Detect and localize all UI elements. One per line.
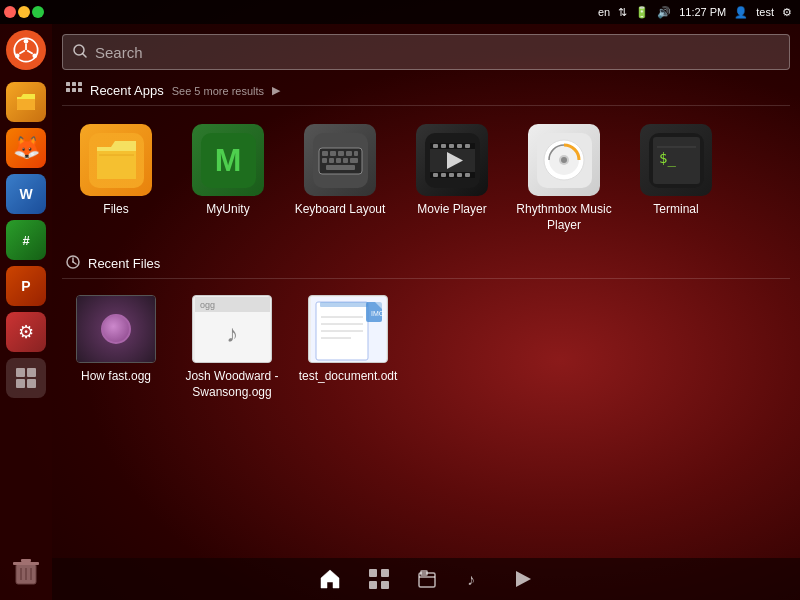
svg-rect-21 (72, 82, 76, 86)
recent-apps-title: Recent Apps (90, 83, 164, 98)
svg-rect-86 (381, 581, 389, 589)
svg-rect-50 (465, 144, 470, 148)
svg-rect-53 (449, 173, 454, 177)
sidebar-item-files[interactable] (4, 80, 48, 124)
app-item-myunity[interactable]: M MyUnity (174, 116, 282, 241)
sidebar-item-calc[interactable]: # (4, 218, 48, 262)
myunity-app-name: MyUnity (206, 202, 249, 218)
howfast-name: How fast.ogg (81, 369, 151, 385)
recent-files-header: Recent Files (52, 251, 800, 278)
terminal-app-name: Terminal (653, 202, 698, 218)
sidebar-item-writer[interactable]: W (4, 172, 48, 216)
svg-text:IMG: IMG (371, 310, 384, 317)
svg-rect-20 (66, 82, 70, 86)
svg-rect-52 (441, 173, 446, 177)
file-grid: How fast.ogg ogg ♪ Josh Woodward - Swans… (52, 285, 800, 416)
svg-line-5 (19, 51, 25, 54)
keyboard-app-icon (304, 124, 376, 196)
svg-rect-84 (381, 569, 389, 577)
svg-rect-33 (338, 151, 344, 156)
svg-rect-55 (465, 173, 470, 177)
svg-rect-39 (343, 158, 348, 163)
svg-rect-51 (433, 173, 438, 177)
topbar-right: en ⇅ 🔋 🔊 11:27 PM 👤 test ⚙ (598, 6, 792, 19)
svg-rect-40 (350, 158, 358, 163)
dock-files-button[interactable] (417, 569, 437, 589)
svg-text:♪: ♪ (467, 571, 475, 588)
svg-rect-46 (433, 144, 438, 148)
svg-rect-32 (330, 151, 336, 156)
search-icon (73, 44, 87, 61)
file-item-howfast[interactable]: How fast.ogg (62, 289, 170, 406)
sidebar-item-settings[interactable]: ⚙ (4, 310, 48, 354)
svg-rect-31 (322, 151, 328, 156)
sidebar-item-firefox[interactable]: 🦊 (4, 126, 48, 170)
window-controls (0, 6, 44, 18)
ubuntu-logo (6, 30, 46, 70)
dock-music-button[interactable]: ♪ (465, 569, 485, 589)
app-item-keyboard[interactable]: Keyboard Layout (286, 116, 394, 241)
svg-rect-35 (354, 151, 358, 156)
terminal-app-icon: $_ (640, 124, 712, 196)
svg-rect-49 (457, 144, 462, 148)
keyboard-app-name: Keyboard Layout (295, 202, 386, 218)
svg-rect-8 (16, 368, 25, 377)
svg-rect-13 (13, 562, 39, 565)
file-item-testdoc[interactable]: IMG test_document.odt (294, 289, 402, 406)
svg-rect-83 (369, 569, 377, 577)
svg-rect-37 (329, 158, 334, 163)
battery-icon[interactable]: 🔋 (635, 6, 649, 19)
sidebar-item-workspace[interactable] (4, 356, 48, 400)
swansong-name: Josh Woodward - Swansong.ogg (182, 369, 282, 400)
svg-rect-41 (326, 165, 355, 170)
search-input[interactable] (95, 44, 779, 61)
close-button[interactable] (4, 6, 16, 18)
dock-video-button[interactable] (513, 569, 533, 589)
sidebar-item-trash[interactable] (4, 550, 48, 594)
swansong-thumb: ogg ♪ (192, 295, 272, 363)
recent-files-icon (66, 255, 80, 272)
testdoc-thumb: IMG (308, 295, 388, 363)
clock: 11:27 PM (679, 6, 726, 18)
svg-rect-34 (346, 151, 352, 156)
apps-divider (62, 105, 790, 106)
keyboard-indicator[interactable]: en (598, 6, 610, 18)
svg-line-6 (27, 51, 33, 54)
svg-rect-48 (449, 144, 454, 148)
dock-home-button[interactable] (319, 568, 341, 590)
username: test (756, 6, 774, 18)
svg-text:♪: ♪ (226, 320, 238, 347)
svg-rect-85 (369, 581, 377, 589)
dock-apps-button[interactable] (369, 569, 389, 589)
sidebar-item-ubuntu[interactable] (4, 28, 48, 72)
sidebar-item-impress[interactable]: P (4, 264, 48, 308)
minimize-button[interactable] (18, 6, 30, 18)
main-content: Recent Apps See 5 more results ▶ (52, 24, 800, 600)
see-more-apps[interactable]: See 5 more results (172, 85, 264, 97)
file-item-swansong[interactable]: ogg ♪ Josh Woodward - Swansong.ogg (178, 289, 286, 406)
svg-line-68 (73, 262, 76, 264)
see-more-arrow: ▶ (272, 84, 280, 97)
svg-rect-7 (17, 99, 35, 110)
search-bar[interactable] (62, 34, 790, 70)
volume-icon[interactable]: 🔊 (657, 6, 671, 19)
files-app-name: Files (103, 202, 128, 218)
testdoc-name: test_document.odt (299, 369, 398, 385)
app-item-rhythmbox[interactable]: Rhythmbox Music Player (510, 116, 618, 241)
movie-app-name: Movie Player (417, 202, 486, 218)
myunity-app-icon: M (192, 124, 264, 196)
svg-rect-38 (336, 158, 341, 163)
app-item-movie[interactable]: Movie Player (398, 116, 506, 241)
user-icon: 👤 (734, 6, 748, 19)
network-icon[interactable]: ⇅ (618, 6, 627, 19)
svg-point-1 (24, 39, 29, 44)
settings-icon[interactable]: ⚙ (782, 6, 792, 19)
recent-files-title: Recent Files (88, 256, 160, 271)
howfast-thumb (76, 295, 156, 363)
recent-apps-icon (66, 82, 82, 99)
svg-point-3 (32, 54, 37, 59)
svg-marker-90 (516, 571, 531, 587)
app-item-files[interactable]: Files (62, 116, 170, 241)
app-item-terminal[interactable]: $_ Terminal (622, 116, 730, 241)
maximize-button[interactable] (32, 6, 44, 18)
